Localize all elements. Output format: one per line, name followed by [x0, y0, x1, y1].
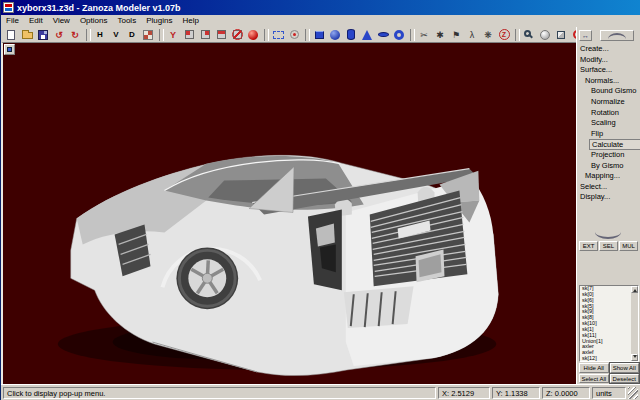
- gizmo-off-button[interactable]: [229, 28, 245, 42]
- box-primitive-icon: [315, 31, 324, 39]
- z-badge-button[interactable]: Z: [496, 28, 512, 42]
- undo-icon: ↺: [55, 30, 63, 40]
- list-scrollbar[interactable]: [631, 286, 638, 361]
- star-tool-button[interactable]: ✱: [432, 28, 448, 42]
- menu-tools[interactable]: Tools: [112, 15, 141, 27]
- zoom-tool-button[interactable]: [521, 28, 537, 42]
- cmd-bound-gismo[interactable]: Bound Gismo: [577, 86, 640, 97]
- new-file-icon: [7, 30, 15, 40]
- deselect-button[interactable]: Deselect: [610, 374, 640, 384]
- cube-outline-icon: [557, 31, 565, 39]
- cmd-projection[interactable]: Projection: [577, 150, 640, 161]
- save-icon: [38, 30, 48, 40]
- marquee-icon: [273, 31, 284, 39]
- cmd-modify[interactable]: Modify...: [577, 55, 640, 66]
- arc-up-icon: [608, 33, 626, 39]
- show-all-button[interactable]: Show All: [610, 363, 640, 373]
- select-tool-button[interactable]: Y: [165, 28, 181, 42]
- circle-select-button[interactable]: [286, 28, 302, 42]
- list-item[interactable]: sk[12]: [580, 356, 631, 362]
- menu-plugins[interactable]: Plugins: [141, 15, 177, 27]
- mode-mul-button[interactable]: MUL: [619, 241, 638, 251]
- cut-tool-button[interactable]: ✂: [416, 28, 432, 42]
- lambda-icon: λ: [470, 30, 475, 40]
- redo-button[interactable]: ↻: [67, 28, 83, 42]
- panel-swap-button[interactable]: ↔: [579, 30, 592, 41]
- panel-collapse-button[interactable]: [600, 30, 634, 41]
- snowflake-icon: ❋: [484, 30, 492, 40]
- scroll-down-icon[interactable]: [631, 354, 638, 361]
- menu-help[interactable]: Help: [177, 15, 203, 27]
- toolbar-separator: [86, 29, 91, 41]
- cmd-mapping[interactable]: Mapping...: [577, 171, 640, 182]
- cmd-create[interactable]: Create...: [577, 44, 640, 55]
- panel-splitter-handle[interactable]: [595, 232, 621, 239]
- object-listbox[interactable]: sk[7] sk[0] sk[6] sk[5] sk[9] sk[8] sk[1…: [579, 285, 639, 362]
- cmd-rotation[interactable]: Rotation: [577, 108, 640, 119]
- sphere-view-button[interactable]: [537, 28, 553, 42]
- app-window: xyborx31.z3d - Zanoza Modeler v1.07b Fil…: [0, 0, 640, 400]
- cmd-flip[interactable]: Flip: [577, 129, 640, 140]
- primitive-box-button[interactable]: [311, 28, 327, 42]
- cmd-normals[interactable]: Normals...: [577, 76, 640, 87]
- checker-material-button[interactable]: [140, 28, 156, 42]
- select-all-button[interactable]: Select All: [579, 374, 609, 384]
- undo-button[interactable]: ↺: [51, 28, 67, 42]
- primitive-disc-button[interactable]: [375, 28, 391, 42]
- marquee-select-button[interactable]: [270, 28, 286, 42]
- status-message: Click to display pop-up menu.: [3, 387, 436, 399]
- command-panel: ↔ Create... Modify... Surface... Normals…: [576, 27, 640, 384]
- primitive-cylinder-button[interactable]: [343, 28, 359, 42]
- viewport-3d[interactable]: [1, 42, 577, 384]
- primitive-torus-button[interactable]: [391, 28, 407, 42]
- title-bar: xyborx31.z3d - Zanoza Modeler v1.07b: [1, 0, 640, 15]
- menu-view[interactable]: View: [48, 15, 75, 27]
- resize-grip[interactable]: [628, 387, 638, 399]
- hide-all-button[interactable]: Hide All: [579, 363, 609, 373]
- object-list: sk[7] sk[0] sk[6] sk[5] sk[9] sk[8] sk[1…: [580, 286, 631, 362]
- gizmo-global-icon: [201, 30, 210, 39]
- cmd-surface[interactable]: Surface...: [577, 65, 640, 76]
- cmd-select[interactable]: Select...: [577, 182, 640, 193]
- cmd-by-gismo[interactable]: By Gismo: [577, 161, 640, 172]
- scroll-up-icon[interactable]: [631, 286, 638, 293]
- gizmo-view-icon: [217, 30, 226, 39]
- checker-icon: [143, 30, 153, 40]
- mode-ext-button[interactable]: EXT: [579, 241, 598, 251]
- app-icon: [3, 2, 14, 13]
- toolbar-separator: [264, 29, 269, 41]
- menu-options[interactable]: Options: [75, 15, 113, 27]
- status-x-coordinate: X: 2.5129: [438, 387, 490, 399]
- cmd-normalize[interactable]: Normalize: [577, 97, 640, 108]
- render-sphere-button[interactable]: [245, 28, 261, 42]
- open-file-button[interactable]: [19, 28, 35, 42]
- view-3d-icon: D: [129, 30, 135, 40]
- gizmo-view-button[interactable]: [213, 28, 229, 42]
- viewport-maximize-button[interactable]: [4, 44, 15, 55]
- main-toolbar: ↺ ↻ H V D Y ✂ ✱ ⚑ λ ❋ Z: [1, 27, 577, 42]
- cmd-scaling[interactable]: Scaling: [577, 118, 640, 129]
- gizmo-global-button[interactable]: [197, 28, 213, 42]
- lambda-tool-button[interactable]: λ: [464, 28, 480, 42]
- new-file-button[interactable]: [3, 28, 19, 42]
- gizmo-local-icon: [185, 30, 194, 39]
- cylinder-primitive-icon: [347, 29, 355, 40]
- scissors-icon: ✂: [420, 30, 428, 40]
- effects-tool-button[interactable]: ❋: [480, 28, 496, 42]
- gizmo-local-button[interactable]: [181, 28, 197, 42]
- view-vertical-button[interactable]: V: [108, 28, 124, 42]
- primitive-cone-button[interactable]: [359, 28, 375, 42]
- menu-edit[interactable]: Edit: [24, 15, 48, 27]
- view-vertical-icon: V: [113, 30, 118, 40]
- flag-tool-button[interactable]: ⚑: [448, 28, 464, 42]
- menu-file[interactable]: File: [1, 15, 24, 27]
- primitive-sphere-button[interactable]: [327, 28, 343, 42]
- save-file-button[interactable]: [35, 28, 51, 42]
- cmd-display[interactable]: Display...: [577, 192, 640, 203]
- view-3d-button[interactable]: D: [124, 28, 140, 42]
- mode-sel-button[interactable]: SEL: [599, 241, 618, 251]
- cmd-calculate[interactable]: Calculate: [589, 139, 640, 150]
- view-horizontal-button[interactable]: H: [92, 28, 108, 42]
- viewport-maximize-icon: [7, 47, 12, 52]
- cube-view-button[interactable]: [553, 28, 569, 42]
